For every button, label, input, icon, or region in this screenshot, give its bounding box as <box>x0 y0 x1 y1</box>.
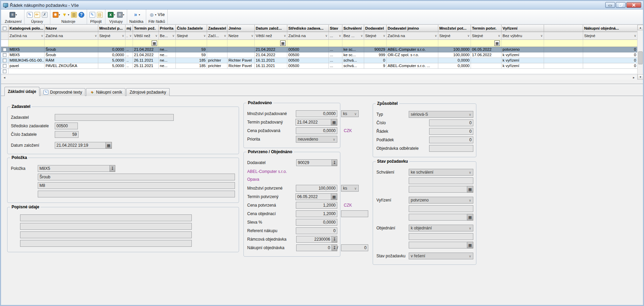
jednotka-select[interactable]: ks∨ <box>341 185 359 192</box>
filter-select[interactable]: Začí...∨ <box>207 32 227 40</box>
calendar-button[interactable]: ▦ <box>467 186 473 193</box>
nakupni-objednavka-radek-input[interactable]: 0 <box>341 244 368 251</box>
row-select-cell[interactable] <box>1 47 9 52</box>
restore-button[interactable] <box>616 2 626 8</box>
column-header[interactable]: Zadavatel <box>207 25 227 32</box>
calendar-search-button[interactable]: ▦ <box>494 41 500 46</box>
stredisko-zadavatele-input[interactable]: 00500 <box>55 123 78 129</box>
search-input-cell[interactable] <box>125 40 133 47</box>
referent-nakupu-input[interactable]: 0 <box>296 227 337 234</box>
filter-select[interactable]: Větší než∨ <box>133 32 159 40</box>
calendar-button[interactable]: ▦ <box>331 119 337 126</box>
column-header[interactable]: Středisko zadava... <box>287 25 329 32</box>
column-header[interactable]: Množství pot... <box>438 25 471 32</box>
search-input-cell[interactable]: ▦ <box>471 40 502 47</box>
search-input-cell[interactable] <box>287 40 329 47</box>
row-select-cell[interactable] <box>1 52 9 58</box>
filter-select[interactable]: Větší než∨ <box>255 32 287 40</box>
search-input-cell[interactable] <box>176 40 207 47</box>
search-input-cell[interactable] <box>438 40 471 47</box>
scrollbar-thumb[interactable] <box>638 51 643 64</box>
popisny-udaj-input[interactable] <box>20 231 192 238</box>
priorita-select[interactable]: neuvedeno∨ <box>296 136 337 143</box>
column-header[interactable]: Množství p... <box>98 25 125 32</box>
column-header[interactable]: Název <box>45 25 98 32</box>
search-input-cell[interactable] <box>502 40 544 47</box>
dodavatel-nazev-link[interactable]: ABEL-Computer s.r.o. <box>247 169 287 174</box>
cena-potvrzena-input[interactable]: 1,2000 <box>296 202 337 209</box>
schvaleni-select[interactable]: ke schválení∨ <box>409 169 473 176</box>
search-input-cell[interactable] <box>387 40 438 47</box>
objednavka-odberatele-input[interactable] <box>429 145 473 152</box>
row-checkbox[interactable] <box>3 53 6 57</box>
column-header[interactable]: Jméno <box>227 25 255 32</box>
popisny-udaj-input[interactable] <box>20 214 192 221</box>
column-header[interactable]: Dodavatel <box>364 25 387 32</box>
toolbar-button[interactable]: ≡▾ <box>10 12 17 18</box>
search-input-cell[interactable] <box>364 40 387 47</box>
search-input-cell[interactable] <box>227 40 255 47</box>
column-header[interactable]: Nákupní objedná... <box>583 25 637 32</box>
scroll-right-icon[interactable]: ▸ <box>631 75 637 80</box>
zadavatel-input[interactable] <box>55 114 174 121</box>
scroll-left-icon[interactable]: ◂ <box>2 75 7 80</box>
filter-select[interactable]: Stejné∨ <box>583 32 637 40</box>
polozka-extra-input[interactable] <box>38 191 235 197</box>
filter-select[interactable]: Stejné∨ <box>176 32 207 40</box>
toolbar-button[interactable]: ✱▾ <box>53 12 60 18</box>
row-checkbox[interactable] <box>3 59 6 62</box>
calendar-search-button[interactable]: ▦ <box>152 41 157 46</box>
search-input-cell[interactable] <box>583 40 637 47</box>
search-input-cell[interactable] <box>98 40 125 47</box>
podradek-input[interactable]: 0 <box>429 136 473 143</box>
filter-select[interactable]: Začíná na∨ <box>9 32 45 40</box>
filter-select[interactable]: Nelze∨ <box>227 32 255 40</box>
toolbar-button[interactable]: ⊕▾Vše <box>149 12 165 18</box>
row-checkbox[interactable] <box>3 48 6 51</box>
toolbar-button[interactable]: ✎ <box>27 12 33 18</box>
select-all-checkbox[interactable] <box>3 27 6 30</box>
column-header[interactable]: Katalogová polo... <box>9 25 45 32</box>
calendar-search-button[interactable]: ▦ <box>280 41 286 46</box>
row-select-cell[interactable] <box>1 58 9 63</box>
stav-pozadavku-select[interactable]: v řešení∨ <box>409 253 473 259</box>
filter-select[interactable]: Stejné∨ <box>438 32 471 40</box>
table-row[interactable]: M8X5Šroub0,0000..21.04.2022ne...5921.04.… <box>1 52 637 58</box>
lookup-button[interactable]: ↧ <box>332 244 337 251</box>
lookup-button[interactable]: ↧ <box>332 159 337 166</box>
column-header[interactable]: Dodavatel jméno <box>387 25 438 32</box>
lookup-button[interactable]: ↧ <box>110 165 115 172</box>
column-header[interactable]: mj <box>125 25 133 32</box>
table-row[interactable]: M8X5Šroub0,0000..21.04.2022ne...5921.04.… <box>1 47 637 52</box>
vyrizeni-datum-input[interactable] <box>409 214 467 221</box>
calendar-button[interactable]: ▦ <box>106 142 112 149</box>
tab-zdrojove-pozadavky[interactable]: Zdrojové požadavky <box>126 88 169 96</box>
toolbar-button[interactable]: ✗ <box>42 12 48 18</box>
column-header[interactable]: Datum založ... <box>255 25 287 32</box>
cena-pozadovana-input[interactable]: 0,0000 <box>296 127 337 134</box>
search-input-cell[interactable]: ▦ <box>133 40 159 47</box>
filter-select[interactable]: Stejné∨ <box>471 32 502 40</box>
filter-select[interactable]: Začíná na∨ <box>387 32 438 40</box>
minimize-button[interactable] <box>605 2 615 8</box>
vyrizeni-poznamka-input[interactable] <box>409 205 473 212</box>
toolbar-button[interactable]: ≡▾ <box>117 12 124 18</box>
cena-objednaci-input[interactable]: 1,2000 <box>296 210 337 217</box>
jednotka-select[interactable]: ks∨ <box>341 110 359 117</box>
horizontal-scrollbar[interactable]: ◂ ▸ <box>1 75 637 80</box>
toolbar-button[interactable]: »▾ <box>133 12 140 18</box>
calendar-button[interactable]: ▦ <box>331 193 337 200</box>
scroll-down-icon[interactable]: ▼ <box>638 74 643 80</box>
row-select-cell[interactable] <box>1 69 9 74</box>
popisny-udaj-input[interactable] <box>20 223 192 230</box>
dodavatel-mesto-link[interactable]: Opava <box>247 177 259 182</box>
search-input-cell[interactable] <box>342 40 364 47</box>
column-header[interactable]: Schválení <box>342 25 364 32</box>
select-all-cell[interactable] <box>1 25 9 32</box>
cislo-input[interactable]: 0 <box>429 119 473 126</box>
vertical-scrollbar[interactable]: ▲ ▼ <box>637 25 643 80</box>
search-input-cell[interactable] <box>329 40 342 47</box>
row-select-cell[interactable] <box>1 63 9 69</box>
column-header[interactable]: Priorita <box>159 25 176 32</box>
lookup-button[interactable]: ↧ <box>332 236 337 243</box>
